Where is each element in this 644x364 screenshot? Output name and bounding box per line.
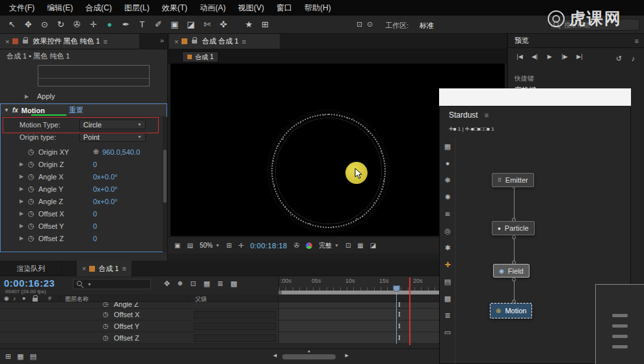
text-tool-icon[interactable]: T — [134, 20, 150, 29]
reset-link[interactable]: 重置 — [69, 105, 83, 115]
param-row-angle-x[interactable]: ▶ ◷ Angle X 0x+0.0° — [0, 170, 160, 183]
stopwatch-icon[interactable]: ◷ — [28, 148, 38, 156]
crosshair-icon[interactable]: ✛ — [238, 242, 243, 249]
help-search-box[interactable] — [550, 19, 639, 31]
stopwatch-icon[interactable]: ◷ — [28, 209, 38, 218]
loop-icon[interactable]: ↺ — [616, 55, 622, 63]
param-row-angle-z[interactable]: ▶ ◷ Angle Z 0x+0.0° — [0, 195, 160, 207]
property-track[interactable]: I — [278, 309, 442, 320]
magnification-select[interactable]: 50% ▼ — [200, 242, 220, 249]
play-button[interactable]: ▶ — [543, 53, 556, 60]
stopwatch-icon[interactable]: ◷ — [103, 311, 109, 318]
grid-guides-icon[interactable]: ⊞ — [226, 242, 232, 249]
param-value[interactable]: 0 — [93, 235, 97, 242]
scrollbar-thumb[interactable] — [163, 150, 167, 203]
overflow-icon[interactable]: » — [160, 36, 164, 44]
param-value[interactable]: 0 — [93, 161, 97, 168]
quality-icon[interactable]: ▣ — [174, 242, 180, 249]
mask-snap-icon[interactable]: ⊞ — [257, 20, 273, 29]
graph-editor-icon[interactable]: ▩ — [230, 280, 237, 288]
stopwatch-icon[interactable]: ◷ — [103, 334, 109, 341]
parent-dropdown[interactable] — [194, 322, 276, 330]
property-row-angle-z[interactable]: ◷ Angle Z I — [0, 302, 442, 309]
property-row-offset-x[interactable]: ◷ Offset X I — [0, 309, 442, 320]
list-item[interactable] — [612, 345, 628, 348]
pen-tool-icon[interactable]: ✒ — [118, 20, 134, 29]
help-search-input[interactable] — [564, 21, 629, 29]
param-row-origin-type[interactable]: Origin type: Point ▼ — [0, 131, 160, 143]
eraser-tool-icon[interactable]: ◪ — [183, 20, 199, 29]
hand-tool-icon[interactable]: ✥ — [20, 20, 36, 29]
param-value[interactable]: 0 — [93, 222, 97, 230]
parent-dropdown[interactable] — [194, 334, 276, 342]
param-value[interactable]: 0 — [93, 210, 97, 218]
current-time-display[interactable]: 0:00:16:23 — [4, 278, 55, 289]
pan-behind-tool-icon[interactable]: ✛ — [85, 20, 101, 29]
snapshot-icon[interactable]: ✇ — [294, 242, 299, 249]
param-row-offset-x[interactable]: ▶ ◷ Offset X 0 — [0, 207, 160, 220]
param-row-motion-type[interactable]: Motion Type: Circle ▼ — [0, 118, 160, 131]
list-item[interactable] — [612, 324, 628, 328]
scrollbar-thumb[interactable] — [282, 354, 336, 359]
stopwatch-icon[interactable]: ◷ — [28, 172, 38, 181]
origin-type-dropdown[interactable]: Point ▼ — [79, 132, 146, 142]
roto-brush-tool-icon[interactable]: ✄ — [199, 20, 215, 29]
property-row-offset-y[interactable]: ◷ Offset Y I — [0, 320, 442, 332]
menu-item-file[interactable]: 文件(F) — [9, 3, 34, 14]
channel-icon[interactable] — [306, 242, 312, 249]
menu-item-layer[interactable]: 图层(L) — [124, 3, 150, 14]
workspace-value[interactable]: 标准 — [420, 21, 434, 31]
tab-render-queue[interactable]: 渲染队列 — [0, 261, 62, 276]
menu-item-help[interactable]: 帮助(H) — [304, 3, 331, 14]
brush-tool-icon[interactable]: ✐ — [150, 20, 167, 29]
expander-icon[interactable]: ▶ — [20, 186, 28, 192]
menu-item-effect[interactable]: 效果(T) — [162, 3, 187, 14]
monitor-icon[interactable]: ▤ — [187, 242, 193, 249]
particle-node[interactable]: ● Particle — [492, 221, 535, 235]
menu-item-composition[interactable]: 合成(C) — [85, 3, 112, 14]
node-socket[interactable] — [512, 235, 516, 239]
viewer-timecode[interactable]: 0:00:18:18 — [250, 242, 288, 250]
rail-grid-icon[interactable]: ▤ — [440, 273, 455, 290]
video-column-icon[interactable]: ◉ — [4, 295, 9, 302]
comp-chip[interactable]: 合成 1 — [182, 51, 219, 62]
stopwatch-icon[interactable]: ◷ — [28, 160, 38, 168]
panel-menu-icon[interactable]: ≡ — [242, 38, 246, 46]
draft3d-icon[interactable]: ❅ — [177, 280, 183, 288]
apply-button[interactable]: ▶ Apply — [25, 92, 55, 100]
tab-comp-timeline[interactable]: × 合成 1 ≡ — [77, 261, 131, 276]
close-icon[interactable]: × — [82, 265, 86, 272]
panel-menu-icon[interactable]: ≡ — [485, 111, 489, 119]
rail-list-icon[interactable]: ≣ — [440, 307, 455, 324]
motion-blur-icon[interactable]: ≣ — [217, 280, 223, 288]
property-track[interactable]: I — [278, 332, 442, 343]
frame-blend-icon[interactable]: ▦ — [204, 280, 210, 288]
ellipse-tool-icon[interactable]: ● — [101, 20, 118, 29]
panel-menu-icon[interactable]: ≡ — [103, 38, 107, 46]
list-item[interactable] — [612, 314, 628, 317]
tab-effect-controls[interactable]: × 效果控件 黑色 纯色 1 ≡ — [0, 34, 139, 49]
lock-column-icon[interactable] — [33, 298, 38, 302]
effect-header-row[interactable]: ▼ fx Motion 重置 — [0, 104, 167, 116]
panel-menu-icon[interactable]: ≡ — [122, 265, 126, 272]
parent-dropdown[interactable] — [194, 311, 276, 318]
effect-name[interactable]: Motion — [21, 107, 45, 114]
rail-spark-icon[interactable]: ✱ — [440, 239, 455, 256]
selection-tool-icon[interactable]: ↖ — [4, 20, 20, 29]
stopwatch-icon[interactable]: ◷ — [103, 322, 109, 330]
rail-emitter-icon[interactable]: ▦ — [440, 138, 455, 155]
audio-icon[interactable]: ♪ — [632, 55, 636, 62]
param-row-angle-y[interactable]: ▶ ◷ Angle Y 0x+0.0° — [0, 183, 160, 195]
preview-panel-header[interactable]: 预览 ≡ — [508, 34, 644, 48]
stopwatch-icon[interactable]: ◷ — [28, 234, 38, 242]
timeline-search-box[interactable]: ▼ — [73, 279, 151, 289]
param-value[interactable]: 0x+0.0° — [93, 185, 118, 193]
param-row-offset-y[interactable]: ▶ ◷ Offset Y 0 — [0, 220, 160, 232]
tab-composition[interactable]: × 合成 合成 1 ≡ — [169, 34, 280, 49]
close-icon[interactable]: × — [174, 38, 178, 46]
list-item[interactable] — [612, 335, 628, 338]
param-value[interactable]: 0x+0.0° — [93, 198, 118, 205]
param-row-offset-z[interactable]: ▶ ◷ Offset Z 0 — [0, 232, 160, 244]
star-icon[interactable]: ★ — [241, 20, 257, 29]
lock-icon[interactable] — [23, 40, 28, 44]
